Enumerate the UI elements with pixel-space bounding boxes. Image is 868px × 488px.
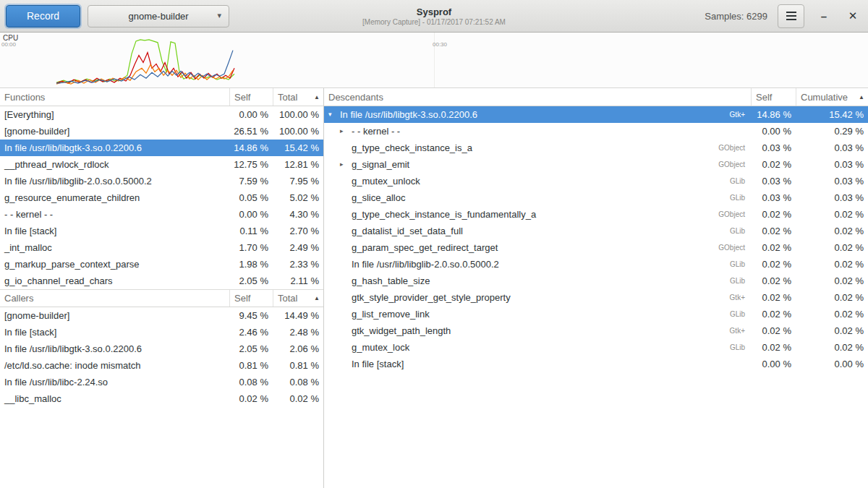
chevron-down-icon: ▾	[218, 11, 222, 20]
table-row[interactable]: [Everything]0.00 %100.00 %	[0, 106, 323, 123]
table-row[interactable]: [gnome-builder]9.45 %14.49 %	[0, 307, 323, 324]
table-row[interactable]: ▸g_signal_emitGObject0.02 %0.03 %	[324, 156, 868, 173]
table-row[interactable]: _int_malloc1.70 %2.49 %	[0, 239, 323, 256]
sysprof-window: Record gnome-builder ▾ Sysprof [Memory C…	[0, 0, 868, 488]
cpu-graph[interactable]: CPU 00:00 00:30	[0, 33, 868, 88]
function-name: In file [stack]	[0, 223, 229, 239]
descendant-name-cell: g_list_remove_linkGLib	[324, 306, 751, 322]
self-value: 0.00 %	[751, 356, 796, 372]
table-row[interactable]: g_type_check_instance_is_aGObject0.03 %0…	[324, 140, 868, 156]
cpu-series-cpu0	[56, 40, 234, 82]
titlebar-title-block: Sysprof [Memory Capture] - 01/17/2017 07…	[362, 7, 506, 26]
titlebar-right: Samples: 6299 – ✕	[705, 4, 862, 28]
table-row[interactable]: g_mutex_unlockGLib0.03 %0.03 %	[324, 173, 868, 189]
column-header-functions-self[interactable]: Self	[229, 88, 273, 106]
hamburger-menu-button[interactable]	[778, 4, 804, 28]
column-header-descendants[interactable]: Descendants	[324, 88, 751, 106]
expander-expanded-icon[interactable]: ▾	[328, 106, 340, 123]
table-row[interactable]: In file [stack]0.11 %2.70 %	[0, 223, 323, 239]
total-value: 7.95 %	[273, 173, 323, 189]
table-row[interactable]: __libc_malloc0.02 %0.02 %	[0, 390, 323, 407]
function-name: In file /usr/lib/libglib-2.0.so.0.5000.2	[0, 173, 229, 189]
self-value: 0.08 %	[229, 374, 273, 390]
self-value: 1.98 %	[229, 256, 273, 273]
column-header-callers-total[interactable]: Total ▲	[273, 290, 323, 307]
self-value: 0.02 %	[751, 322, 796, 339]
column-header-descendants-self[interactable]: Self	[751, 88, 796, 106]
self-value: 0.81 %	[229, 357, 273, 374]
table-row[interactable]: g_datalist_id_set_data_fullGLib0.02 %0.0…	[324, 223, 868, 239]
self-value: 0.02 %	[751, 306, 796, 322]
cumulative-value: 0.29 %	[796, 123, 868, 140]
self-value: 0.02 %	[751, 239, 796, 256]
total-value: 0.08 %	[273, 374, 323, 390]
titlebar-left: Record gnome-builder ▾	[6, 5, 229, 27]
table-row[interactable]: gtk_style_provider_get_style_propertyGtk…	[324, 289, 868, 306]
descendant-name: gtk_style_provider_get_style_property	[352, 289, 511, 306]
table-row[interactable]: In file /usr/lib/libglib-2.0.so.0.5000.2…	[0, 173, 323, 189]
table-row[interactable]: g_slice_allocGLib0.03 %0.03 %	[324, 189, 868, 206]
self-header-label: Self	[234, 92, 250, 103]
total-value: 14.49 %	[273, 307, 323, 324]
function-name: __pthread_rwlock_rdlock	[0, 156, 229, 173]
table-row[interactable]: g_resource_enumerate_children0.05 %5.02 …	[0, 189, 323, 206]
table-row[interactable]: /etc/ld.so.cache: inode mismatch0.81 %0.…	[0, 357, 323, 374]
table-row[interactable]: g_param_spec_get_redirect_targetGObject0…	[324, 239, 868, 256]
descendant-name-cell: g_slice_allocGLib	[324, 189, 751, 206]
cumulative-value: 0.02 %	[796, 339, 868, 356]
window-subtitle: [Memory Capture] - 01/17/2017 07:21:52 A…	[362, 18, 506, 26]
right-pane: Descendants Self Cumulative ▲ ▾In file /…	[324, 88, 868, 488]
table-row[interactable]: In file [stack]2.46 %2.48 %	[0, 324, 323, 341]
expander-collapsed-icon[interactable]: ▸	[340, 123, 352, 140]
descendant-name-cell: g_mutex_unlockGLib	[324, 173, 751, 189]
self-value: 0.02 %	[751, 156, 796, 173]
self-value: 14.86 %	[751, 106, 796, 123]
table-row[interactable]: ▸- - kernel - -0.00 %0.29 %	[324, 123, 868, 140]
table-row[interactable]: In file /usr/lib/libc-2.24.so0.08 %0.08 …	[0, 374, 323, 390]
table-row[interactable]: g_markup_parse_context_parse1.98 %2.33 %	[0, 256, 323, 273]
table-row[interactable]: g_type_check_instance_is_fundamentally_a…	[324, 206, 868, 223]
column-header-functions[interactable]: Functions	[0, 88, 229, 106]
cumulative-value: 0.02 %	[796, 322, 868, 339]
close-button[interactable]: ✕	[843, 7, 862, 25]
functions-header-label: Functions	[4, 92, 45, 103]
column-header-descendants-cumulative[interactable]: Cumulative ▲	[796, 88, 868, 106]
table-row[interactable]: g_mutex_lockGLib0.02 %0.02 %	[324, 339, 868, 356]
table-row[interactable]: [gnome-builder]26.51 %100.00 %	[0, 123, 323, 140]
self-value: 2.05 %	[229, 273, 273, 289]
record-button[interactable]: Record	[6, 5, 80, 27]
minimize-button[interactable]: –	[814, 7, 833, 25]
descendant-name: g_type_check_instance_is_a	[352, 140, 472, 156]
table-row[interactable]: In file /usr/lib/libgtk-3.so.0.2200.62.0…	[0, 341, 323, 357]
table-row[interactable]: g_hash_table_sizeGLib0.02 %0.02 %	[324, 273, 868, 289]
sort-ascending-icon: ▲	[314, 94, 320, 100]
library-tag: GObject	[712, 140, 751, 156]
window-title: Sysprof	[362, 7, 506, 17]
table-row[interactable]: In file /usr/lib/libgtk-3.so.0.2200.614.…	[0, 140, 323, 156]
library-tag: GLib	[724, 273, 751, 289]
column-header-callers[interactable]: Callers	[0, 290, 229, 307]
self-value: 0.03 %	[751, 140, 796, 156]
table-row[interactable]: __pthread_rwlock_rdlock12.75 %12.81 %	[0, 156, 323, 173]
process-selector[interactable]: gnome-builder ▾	[88, 5, 229, 27]
table-row[interactable]: g_io_channel_read_chars2.05 %2.11 %	[0, 273, 323, 289]
descendant-name-cell: g_mutex_lockGLib	[324, 339, 751, 356]
table-row[interactable]: - - kernel - -0.00 %4.30 %	[0, 206, 323, 223]
function-name: [gnome-builder]	[0, 307, 229, 324]
total-value: 2.49 %	[273, 239, 323, 256]
descendant-name-cell: ▸- - kernel - -	[324, 123, 751, 140]
table-row[interactable]: ▾In file /usr/lib/libgtk-3.so.0.2200.6Gt…	[324, 106, 868, 123]
self-value: 0.02 %	[751, 339, 796, 356]
total-header-label: Total	[278, 293, 297, 304]
table-row[interactable]: In file /usr/lib/libglib-2.0.so.0.5000.2…	[324, 256, 868, 273]
table-row[interactable]: In file [stack]0.00 %0.00 %	[324, 356, 868, 372]
expander-collapsed-icon[interactable]: ▸	[340, 156, 352, 173]
cumulative-value: 0.00 %	[796, 356, 868, 372]
table-row[interactable]: g_list_remove_linkGLib0.02 %0.02 %	[324, 306, 868, 322]
column-header-functions-total[interactable]: Total ▲	[273, 88, 323, 106]
table-row[interactable]: gtk_widget_path_lengthGtk+0.02 %0.02 %	[324, 322, 868, 339]
cumulative-value: 0.03 %	[796, 156, 868, 173]
total-value: 100.00 %	[273, 106, 323, 123]
column-header-callers-self[interactable]: Self	[229, 290, 273, 307]
titlebar: Record gnome-builder ▾ Sysprof [Memory C…	[0, 0, 868, 33]
